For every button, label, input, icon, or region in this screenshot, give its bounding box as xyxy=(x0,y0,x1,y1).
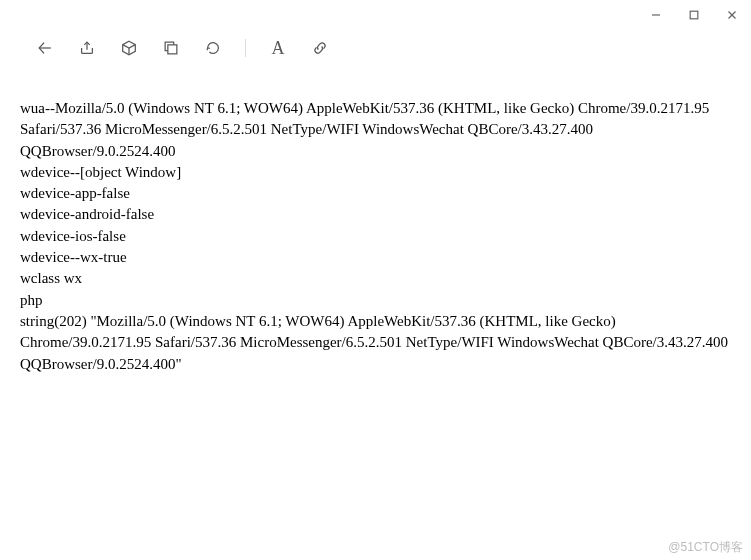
maximize-button[interactable] xyxy=(675,2,713,28)
output-line: wdevice-ios-false xyxy=(20,226,731,247)
minimize-button[interactable] xyxy=(637,2,675,28)
window-controls xyxy=(637,2,751,28)
output-line: string(202) "Mozilla/5.0 (Windows NT 6.1… xyxy=(20,311,731,375)
output-line: wdevice-android-false xyxy=(20,204,731,225)
output-line: wua--Mozilla/5.0 (Windows NT 6.1; WOW64)… xyxy=(20,98,731,162)
toolbar-divider xyxy=(245,39,246,57)
output-line: wclass wx xyxy=(20,268,731,289)
link-icon[interactable] xyxy=(310,38,330,58)
copy-icon[interactable] xyxy=(161,38,181,58)
output-line: php xyxy=(20,290,731,311)
cube-icon[interactable] xyxy=(119,38,139,58)
share-icon[interactable] xyxy=(77,38,97,58)
back-icon[interactable] xyxy=(35,38,55,58)
output-line: wdevice--wx-true xyxy=(20,247,731,268)
output-line: wdevice-app-false xyxy=(20,183,731,204)
svg-rect-1 xyxy=(690,11,698,19)
watermark: @51CTO博客 xyxy=(668,539,743,556)
font-label: A xyxy=(272,38,285,59)
font-icon[interactable]: A xyxy=(268,38,288,58)
close-button[interactable] xyxy=(713,2,751,28)
page-content: wua--Mozilla/5.0 (Windows NT 6.1; WOW64)… xyxy=(0,74,751,375)
refresh-icon[interactable] xyxy=(203,38,223,58)
svg-rect-8 xyxy=(168,45,177,54)
output-line: wdevice--[object Window] xyxy=(20,162,731,183)
